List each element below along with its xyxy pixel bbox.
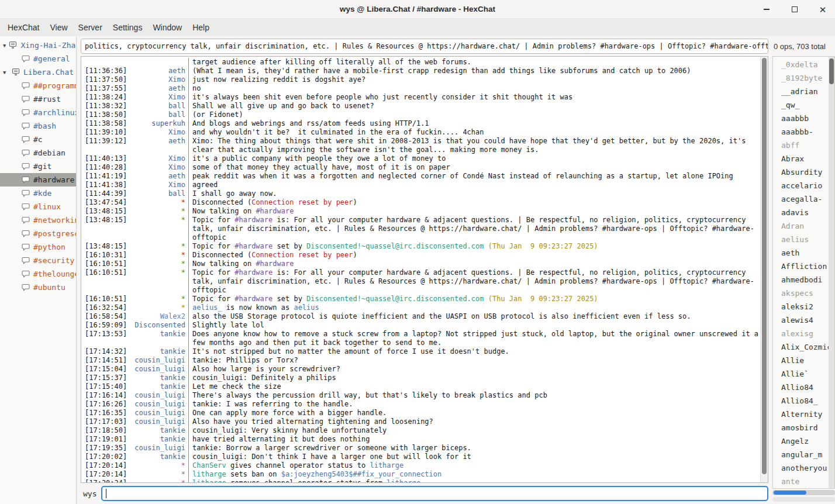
userlist-item[interactable]: Abrax — [773, 152, 829, 165]
userlist-item[interactable]: Allio84_ — [773, 394, 829, 408]
channel-icon — [21, 163, 30, 171]
message-text: litharge removes channel operator status… — [188, 479, 760, 483]
userlist-item[interactable]: Alternity — [773, 408, 829, 421]
menu-window[interactable]: Window — [147, 20, 187, 35]
sidebar-item--linux[interactable]: #linux — [0, 200, 76, 213]
nickname: Ximo — [128, 154, 185, 163]
bottom-scrollbar-track[interactable] — [772, 497, 835, 502]
sidebar-item--c[interactable]: #c — [0, 133, 76, 146]
tree-item-label: #postgresql — [33, 229, 76, 238]
sidebar-item--general[interactable]: #general — [0, 52, 76, 65]
menu-server[interactable]: Server — [73, 20, 108, 35]
userlist-item[interactable]: Adran — [773, 219, 829, 233]
message-segment-date_olive: (Thu Jan 9 09:23:27 2025) — [488, 242, 598, 250]
userlist-item[interactable]: Allie` — [773, 367, 829, 381]
sidebar-item--security[interactable]: #security — [0, 254, 76, 267]
channel-icon — [21, 270, 30, 278]
userlist-item[interactable]: _qw_ — [773, 98, 829, 112]
userlist-item[interactable]: aleksi2 — [773, 300, 829, 313]
userlist-hscrollbar-thumb[interactable] — [774, 491, 806, 495]
nickname: tankie — [128, 426, 185, 435]
userlist-item[interactable]: abff — [773, 139, 829, 152]
sidebar-item--debian[interactable]: #debian — [0, 146, 76, 160]
tree-expander-icon[interactable]: ▼ — [3, 70, 9, 75]
right-column: 0 ops, 703 total _0xdelta_8192byte__adri… — [772, 36, 835, 504]
userlist-item[interactable]: accelario — [773, 179, 829, 192]
message-segment-channel_purple: #hardware — [234, 268, 272, 277]
sidebar-item--archlinux[interactable]: #archlinux — [0, 106, 76, 119]
userlist-item[interactable]: aaabbb- — [773, 125, 829, 139]
chat-line: [11:38:32]ballShall we all give up and g… — [81, 102, 760, 111]
maximize-button[interactable] — [788, 3, 801, 16]
sidebar-item--git[interactable]: #git — [0, 160, 76, 173]
userlist-item[interactable]: alewis4 — [773, 313, 829, 327]
userlist-vertical-scrollbar[interactable] — [829, 57, 834, 488]
userlist-item[interactable]: Absurdity — [773, 165, 829, 179]
userlist-item[interactable]: aaabbb — [773, 112, 829, 125]
userlist-item[interactable]: akspecs — [773, 286, 829, 300]
message-segment: Ximo: The thing about things that were s… — [192, 137, 750, 154]
chat-line: [11:40:13]Ximoit's a public company with… — [81, 154, 760, 163]
sidebar-item--networking[interactable]: #networking — [0, 213, 76, 227]
sidebar-item--programming[interactable]: ##programming — [0, 79, 76, 92]
sidebar-item--rust[interactable]: ##rust — [0, 92, 76, 106]
userlist-item[interactable]: ahmedbodi — [773, 273, 829, 286]
sidebar-item--postgresql[interactable]: #postgresql — [0, 227, 76, 240]
sidebar-item--python[interactable]: #python — [0, 240, 76, 254]
message-segment: Topic for — [192, 242, 234, 250]
userlist-item[interactable]: _0xdelta — [773, 58, 829, 71]
timestamp: [17:20:14] — [81, 461, 128, 470]
network-libera-chat[interactable]: ▼Libera.Chat — [0, 65, 76, 79]
userlist-item[interactable]: Allie — [773, 354, 829, 367]
userlist-item[interactable]: aelius — [773, 233, 829, 246]
message-input[interactable] — [101, 486, 768, 501]
userlist-item[interactable]: _8192byte — [773, 71, 829, 85]
userlist-item[interactable]: Affliction — [773, 260, 829, 273]
sidebar-item--bash[interactable]: #bash — [0, 119, 76, 133]
message-segment: Topic for — [192, 295, 234, 303]
timestamp: [16:10:51] — [81, 295, 128, 303]
userlist-item[interactable]: Alix_Cozmic — [773, 340, 829, 354]
userlist-item[interactable]: amosbird — [773, 421, 829, 434]
minimize-button[interactable] — [760, 3, 773, 16]
chat-line: [16:10:51]*Topic for #hardware is: For a… — [81, 268, 760, 295]
topic-input[interactable]: politics, cryptocurrency talk, unfair di… — [81, 39, 768, 54]
close-button[interactable]: ✕ — [816, 3, 829, 16]
sidebar-item--thelounge[interactable]: #thelounge — [0, 267, 76, 281]
sidebar-item--ubuntu[interactable]: #ubuntu — [0, 281, 76, 294]
network-xing-hai-zhan[interactable]: ▼Xing-Hai-Zhan — [0, 39, 76, 52]
menu-help[interactable]: Help — [187, 20, 215, 35]
userlist-item[interactable]: angular_m — [773, 448, 829, 461]
menu-hexchat[interactable]: HexChat — [2, 20, 44, 35]
menu-view[interactable]: View — [44, 20, 73, 35]
menu-settings[interactable]: Settings — [108, 20, 148, 35]
userlist-scrollbar-thumb[interactable] — [829, 58, 834, 84]
message-text: Disconnected (Connection reset by peer) — [188, 251, 760, 260]
chat-vertical-scrollbar[interactable] — [760, 57, 768, 482]
message-segment: no — [192, 84, 201, 92]
userlist-item[interactable]: adavis — [773, 206, 829, 219]
timestamp: [17:16:26] — [81, 400, 128, 409]
chat-line: [11:37:55]aethno — [81, 84, 760, 93]
userlist-item[interactable]: alexisg — [773, 327, 829, 340]
userlist-item[interactable]: acegalla- — [773, 192, 829, 206]
message-segment: set by — [272, 295, 306, 303]
message-text: Shall we all give up and go back to usen… — [188, 102, 760, 111]
chat-line: [17:20:24]*litharge removes channel oper… — [81, 479, 760, 483]
userlist-item[interactable]: __adrian — [773, 85, 829, 98]
chat-scrollbar-thumb[interactable] — [762, 58, 767, 474]
timestamp: [17:16:14] — [81, 391, 128, 400]
channel-icon — [21, 257, 30, 265]
userlist-item[interactable]: Allio84 — [773, 381, 829, 394]
sidebar-item--hardware[interactable]: #hardware — [0, 173, 76, 187]
userlist-item[interactable]: ante — [773, 475, 829, 488]
userlist-item[interactable]: aeth — [773, 246, 829, 260]
channel-icon — [21, 136, 30, 144]
tree-expander-icon[interactable]: ▼ — [3, 43, 6, 49]
message-segment-ref_blue: aelius_ — [192, 303, 222, 312]
channel-icon — [21, 149, 30, 157]
userlist-item[interactable]: anotheryou — [773, 461, 829, 475]
userlist-horizontal-scrollbar[interactable] — [772, 490, 835, 495]
sidebar-item--kde[interactable]: #kde — [0, 187, 76, 200]
userlist-item[interactable]: Angelz — [773, 434, 829, 448]
